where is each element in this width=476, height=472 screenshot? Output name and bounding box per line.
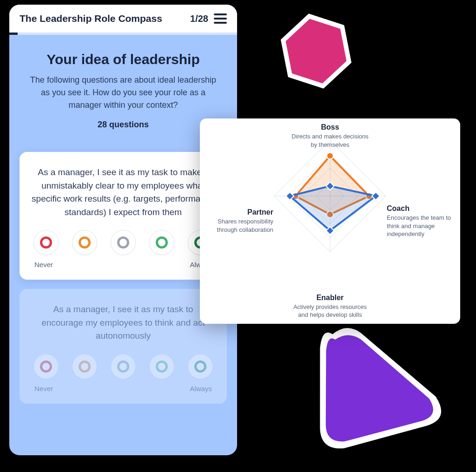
likert-option-1[interactable] <box>33 230 59 255</box>
axis-label-boss: Boss Directs and makes decisions by them… <box>291 123 370 149</box>
axis-title: Boss <box>291 123 370 131</box>
decor-triangle <box>280 310 464 472</box>
axis-title: Enabler <box>291 294 370 302</box>
likert-option-3[interactable] <box>111 230 136 255</box>
question-card: As a manager, I see it as my task to mak… <box>20 152 227 280</box>
question-text: As a manager, I see it as my task to mak… <box>32 166 215 219</box>
survey-title: The Leadership Role Compass <box>20 13 185 24</box>
scale-min-label: Never <box>34 385 53 393</box>
decor-hexagon <box>269 4 363 98</box>
survey-header: The Leadership Role Compass 1/28 <box>9 5 237 33</box>
svg-point-9 <box>327 153 333 159</box>
axis-label-partner: Partner Shares responsibility through co… <box>204 208 273 234</box>
axis-label-enabler: Enabler Actively provides resources and … <box>291 294 370 319</box>
likert-option-5[interactable] <box>188 354 213 379</box>
axis-desc: Actively provides resources and helps de… <box>291 303 370 319</box>
svg-marker-13 <box>290 186 376 230</box>
question-text: As a manager, I see it as my task to enc… <box>32 303 215 343</box>
likert-option-2[interactable] <box>72 354 97 379</box>
question-card-upcoming: As a manager, I see it as my task to enc… <box>20 289 227 404</box>
axis-title: Partner <box>204 208 273 216</box>
likert-option-2[interactable] <box>72 230 97 255</box>
question-count: 28 questions <box>25 120 221 130</box>
progress-counter: 1/28 <box>190 13 208 24</box>
likert-option-4[interactable] <box>149 354 174 379</box>
radar-chart <box>263 129 397 263</box>
intro-body: The following questions are about ideal … <box>25 74 221 111</box>
menu-icon[interactable] <box>214 13 227 24</box>
axis-desc: Shares responsibility through collaborat… <box>204 217 273 234</box>
radar-chart-card: Boss Directs and makes decisions by them… <box>200 118 460 324</box>
likert-scale <box>32 354 215 379</box>
likert-scale <box>32 230 215 255</box>
axis-label-coach: Coach Encourages the team to think and m… <box>387 204 456 238</box>
intro-heading: Your idea of leadership <box>25 52 221 67</box>
scale-min-label: Never <box>34 261 53 269</box>
likert-option-1[interactable] <box>33 354 59 379</box>
axis-desc: Encourages the team to think and manage … <box>387 214 456 238</box>
axis-desc: Directs and makes decisions by themselve… <box>291 132 370 149</box>
scale-max-label: Always <box>190 385 212 393</box>
likert-option-4[interactable] <box>149 230 174 255</box>
axis-title: Coach <box>387 204 456 213</box>
likert-option-3[interactable] <box>111 354 136 379</box>
